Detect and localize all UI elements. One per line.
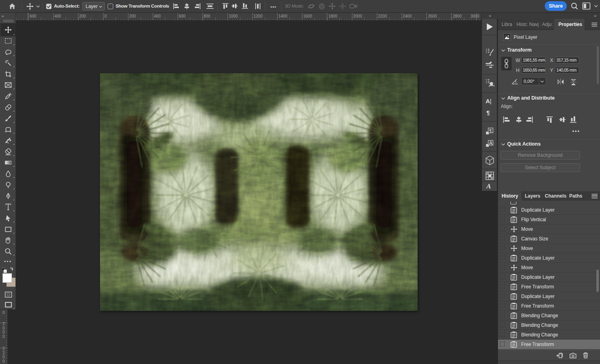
svg-text:A: A — [489, 140, 493, 146]
svg-text:¶: ¶ — [489, 128, 492, 133]
